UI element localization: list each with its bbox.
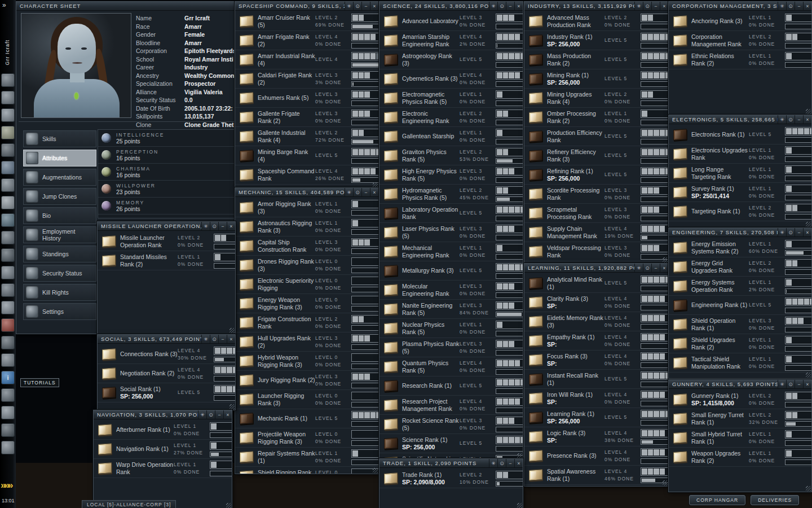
skill-row[interactable]: Research Project Management RankLEVEL 40… [379,396,523,415]
skill-row[interactable]: Analytical Mind Rank (1)LEVEL 5 [524,274,668,293]
science-icon[interactable] [1,213,15,227]
compact-icon[interactable]: ⊙ [643,2,651,10]
pin-icon[interactable]: ✳ [778,380,786,388]
compact-icon[interactable]: ⊙ [786,228,795,237]
tutorial-icon[interactable] [1,388,15,402]
skill-row[interactable]: Launcher Rigging Rank (3)LEVEL 00% DONE [235,390,378,409]
skill-row[interactable]: Targeting Rank (1)LEVEL 20% DONE [669,202,811,221]
window-resize-grip[interactable] [373,182,378,187]
tab-augmentations[interactable]: Augmentations [23,169,96,186]
compact-icon[interactable]: ⊙ [786,380,795,388]
close-icon[interactable]: × [660,2,668,10]
skill-row[interactable]: Standard Missiles Rank (2)LEVEL 10% DONE [98,251,235,270]
minimize-icon[interactable]: − [215,410,223,419]
skill-row[interactable]: Energy Systems Operation RankLEVEL 12% D… [669,277,811,296]
skill-row[interactable]: Small Hybrid Turret Rank (1)LEVEL 10% DO… [669,428,811,448]
minimize-icon[interactable]: − [795,228,803,237]
skill-row[interactable]: Scrapmetal Processing RankLEVEL 30% DONE [524,204,668,223]
neocom-expand-arrow[interactable]: » [2,1,5,9]
skill-row[interactable]: Refinery Efficiency Rank (3)LEVEL 5 [524,146,668,165]
minimize-icon[interactable]: − [361,2,370,10]
window-titlebar[interactable]: TRADE, 1 SKILL, 2,090 POINTS✳⊙−× [379,459,523,468]
window-resize-grip[interactable] [806,109,811,114]
skill-row[interactable]: Molecular Engineering RankLEVEL 30% DONE [379,281,523,300]
window-titlebar[interactable]: LEARNING, 11 SKILLS, 1,920,882 POINT✳⊙−× [524,264,668,273]
skill-row[interactable]: Advanced LaboratoryLEVEL 30% DONE [379,12,523,31]
compact-icon[interactable]: ⊙ [497,459,506,467]
skill-row[interactable]: Spaceship Command RankLEVEL 426% DONE [235,165,378,185]
close-icon[interactable]: × [370,2,378,10]
skill-row[interactable]: Tactical Shield Manipulation RankLEVEL 1… [669,353,811,373]
skill-row[interactable]: Ethnic Relations Rank (2)LEVEL 10% DONE [669,50,811,69]
skill-row[interactable]: Amarr Industrial Rank (4)LEVEL 4 [235,50,378,69]
minimize-icon[interactable]: − [651,264,660,272]
skill-row[interactable]: Refining Rank (1)SP: 256,000LEVEL 5 [524,165,668,185]
pin-icon[interactable]: ✳ [489,2,497,10]
skill-row[interactable]: Trade Rank (1)SP: 2,090/8,000LEVEL 210% … [379,469,523,488]
pin-icon[interactable]: ✳ [345,188,353,196]
skill-row[interactable]: Advanced Mass Production RankLEVEL 20% D… [524,12,668,31]
skill-row[interactable]: Amarr Cruiser Rank (5)LEVEL 269% DONE [235,12,378,31]
skill-row[interactable]: Mechanic Rank (1)LEVEL 5 [235,409,378,428]
skill-row[interactable]: Nuclear Physics Rank (5)LEVEL 10% DONE [379,319,523,338]
tab-skills[interactable]: Skills [23,130,96,147]
skill-row[interactable]: Metallurgy Rank (3)LEVEL 5 [379,261,523,281]
minimize-icon[interactable]: − [795,2,803,10]
window-titlebar[interactable]: CORPORATION MANAGEMENT, 3 SKILLS,✳⊙−× [669,2,811,11]
skill-row[interactable]: Navigation Rank (1)LEVEL 127% DONE [94,440,232,459]
skill-row[interactable]: Mining Rank (1)SP: 256,000LEVEL 5 [524,69,668,89]
skill-row[interactable]: Energy Weapon Rigging Rank (3)LEVEL 00% … [235,294,378,313]
window-titlebar[interactable]: SOCIAL, 3 SKILLS, 673,449 POINTS✳⊙−× [98,335,235,344]
people-icon[interactable] [1,143,15,157]
window-resize-grip[interactable] [663,257,668,262]
assets-icon[interactable] [1,301,15,314]
skill-row[interactable]: Astronautics Rigging Rank (3)LEVEL 10% D… [235,217,378,237]
tab-bio[interactable]: Bio [23,207,96,224]
character-icon[interactable] [1,73,15,87]
window-titlebar[interactable]: SPACESHIP COMMAND, 9 SKILLS, 2,258✳⊙−× [235,2,378,11]
pin-icon[interactable]: ✳ [778,228,786,237]
skill-row[interactable]: Social Rank (1)SP: 256,000LEVEL 5 [98,383,235,402]
skill-row[interactable]: Research Rank (1)LEVEL 5 [379,376,523,396]
skill-row[interactable]: Corporation Management RankLEVEL 20% DON… [669,31,811,50]
skill-row[interactable]: Supply Chain Management RankLEVEL 419% D… [524,223,668,242]
pin-icon[interactable]: ✳ [634,2,643,10]
skill-row[interactable]: Focus Rank (3)SP:LEVEL 40% DONE [524,351,668,370]
skill-row[interactable]: Laser Physics Rank (5)LEVEL 30% DONE [379,223,523,242]
red-target-icon[interactable] [1,318,15,332]
skill-row[interactable]: Afterburner Rank (1)LEVEL 10% DONE [94,421,232,440]
tab-kill-rights[interactable]: Kill Rights [23,284,96,301]
skill-row[interactable]: Caldari Frigate Rank (2)LEVEL 33% DONE [235,69,378,89]
close-icon[interactable]: × [803,2,811,10]
skill-row[interactable]: Energy Emission Systems Rank (2)LEVEL 16… [669,238,811,257]
pin-icon[interactable]: ✳ [634,264,643,272]
skill-row[interactable]: Frigate Construction RankLEVEL 20% DONE [235,313,378,332]
skill-row[interactable]: Mining Barge Rank (4)LEVEL 5 [235,146,378,165]
skill-row[interactable]: Electronics Rank (1)LEVEL 5 [669,125,811,144]
compact-icon[interactable]: ⊙ [353,2,361,10]
skill-row[interactable]: Long Range Targeting RankLEVEL 10% DONE [669,164,811,183]
skill-row[interactable]: Amarr Frigate Rank (2)LEVEL 40% DONE [235,31,378,50]
skill-row[interactable]: Omber Processing Rank (2)LEVEL 10% DONE [524,108,668,127]
compact-icon[interactable]: ⊙ [497,2,506,10]
pin-icon[interactable]: ✳ [198,410,206,419]
skill-row[interactable]: Missile Launcher Operation RankLEVEL 20%… [98,232,235,251]
journal-icon[interactable] [1,336,15,349]
skill-row[interactable]: Production Efficiency RankLEVEL 5 [524,127,668,146]
skill-row[interactable]: Shield Operation Rank (1)LEVEL 30% DONE [669,315,811,334]
help-icon[interactable] [1,441,15,454]
skill-row[interactable]: Nanite Engineering Rank (5)LEVEL 384% DO… [379,300,523,319]
skill-row[interactable]: Gallente Industrial Rank (4)LEVEL 272% D… [235,127,378,146]
tab-settings[interactable]: Settings [23,303,96,320]
compact-icon[interactable]: ⊙ [353,188,361,196]
skill-row[interactable]: Industry Rank (1)SP: 256,000LEVEL 5 [524,31,668,50]
chat-channel-tab[interactable]: LOCAL [5]-ALLIANCE-CORP [3] [82,500,176,508]
tab-standings[interactable]: Standings [23,246,96,262]
skill-row[interactable]: Shield Upgrades Rank (2)LEVEL 10% DONE [669,334,811,353]
skill-row[interactable]: Empathy Rank (1)SP:LEVEL 40% DONE [524,331,668,351]
close-icon[interactable]: × [223,410,232,419]
compact-icon[interactable]: ⊙ [643,264,651,272]
window-resize-grip[interactable] [517,503,522,508]
skill-row[interactable]: Jury Rigging Rank (2)LEVEL 30% DONE [235,371,378,390]
window-resize-grip[interactable] [806,222,811,227]
